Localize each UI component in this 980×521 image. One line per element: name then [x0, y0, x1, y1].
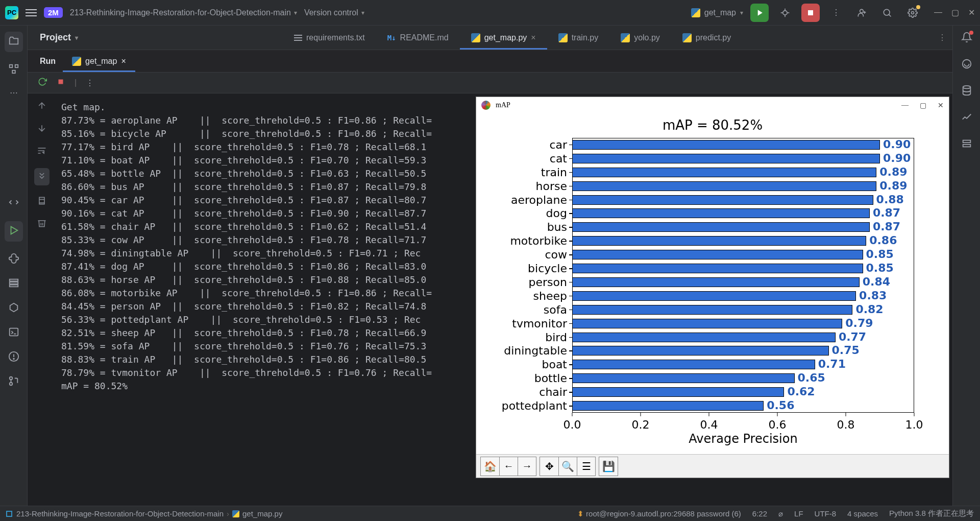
line-separator[interactable]: LF [794, 509, 803, 518]
run-button[interactable] [750, 4, 769, 22]
terminal-icon[interactable] [8, 326, 19, 340]
structure-icon[interactable] [8, 63, 19, 77]
soft-wrap-icon[interactable] [37, 146, 47, 158]
mpl-forward-button[interactable]: → [518, 457, 536, 476]
packages-icon[interactable] [8, 277, 19, 291]
run-more-icon[interactable]: ⋮ [86, 78, 94, 88]
editor-tab[interactable]: train.py [547, 26, 609, 50]
mpl-home-button[interactable]: 🏠 [481, 457, 499, 476]
editor-tab[interactable]: get_map.py× [460, 26, 547, 50]
x-tick: 0.0 [564, 413, 581, 431]
breadcrumb[interactable]: 213-Rethinking-Image-Restoration-for-Obj… [16, 509, 282, 518]
services-icon[interactable] [8, 302, 19, 315]
bar-rect [572, 373, 795, 383]
notifications-icon[interactable] [961, 32, 972, 45]
svg-point-28 [963, 86, 970, 89]
debug-button[interactable] [776, 4, 794, 22]
ai-assistant-icon[interactable] [961, 58, 972, 72]
crumb-file: get_map.py [242, 509, 282, 518]
print-icon[interactable] [37, 196, 47, 208]
editor-tab[interactable]: yolo.py [609, 26, 671, 50]
rerun-button[interactable] [38, 77, 47, 88]
caret-position[interactable]: 6:22 [752, 509, 767, 518]
bar-value-label: 0.90 [883, 153, 911, 163]
minimize-button[interactable]: — [934, 8, 942, 17]
down-stack-icon[interactable] [37, 123, 47, 135]
project-panel-toggle[interactable]: Project ▾ [28, 26, 283, 50]
mpl-configure-button[interactable]: ☰ [577, 457, 595, 476]
x-axis-label: Average Precision [572, 432, 914, 446]
run-tab[interactable]: get_map × [63, 50, 135, 72]
version-control-menu[interactable]: Version control ▾ [304, 8, 364, 17]
close-icon[interactable]: × [121, 57, 126, 66]
main-menu-icon[interactable] [26, 9, 37, 16]
git-compare-icon[interactable] [8, 197, 19, 210]
file-encoding[interactable]: UTF-8 [815, 509, 837, 518]
more-icon[interactable]: ⋯ [10, 88, 18, 98]
mpl-save-button[interactable]: 💾 [599, 457, 618, 476]
bar-row: cat0.90 [572, 153, 914, 164]
project-selector[interactable]: 213-Rethinking-Image-Restoration-for-Obj… [70, 8, 297, 17]
bar-category-label: bird [545, 332, 567, 343]
svg-rect-12 [9, 65, 12, 68]
indent-settings[interactable]: 4 spaces [847, 509, 878, 518]
svg-point-24 [13, 359, 14, 360]
python-icon [691, 8, 700, 17]
bar-row: cow0.85 [572, 249, 914, 260]
bar-category-label: boat [542, 359, 567, 370]
interpreter[interactable]: Python 3.8 作者正在思考 [889, 509, 974, 518]
bar-row: bus0.87 [572, 222, 914, 232]
mpl-back-button[interactable]: ← [499, 457, 518, 476]
tabs-overflow-icon[interactable]: ⋮ [932, 26, 952, 50]
x-tick: 0.4 [700, 413, 718, 431]
mpl-pan-button[interactable]: ✥ [540, 457, 558, 476]
code-with-me-icon[interactable] [852, 4, 871, 22]
python-console-icon[interactable] [8, 253, 19, 266]
line-separator-icon[interactable]: ⌀ [778, 509, 783, 518]
remote-connection[interactable]: ⬍ root@region-9.autodl.pro:29688 passwor… [577, 509, 741, 518]
bar-category-label: person [529, 277, 567, 288]
more-actions-icon[interactable]: ⋮ [827, 4, 845, 22]
sciview-icon[interactable] [961, 111, 972, 125]
stop-button[interactable] [801, 4, 820, 22]
popup-close[interactable]: ✕ [938, 101, 944, 110]
close-icon[interactable]: × [531, 33, 535, 42]
vcs-icon[interactable] [8, 375, 19, 389]
editor-tab[interactable]: requirements.txt [283, 26, 376, 50]
editor-tab[interactable]: M↓README.md [376, 26, 460, 50]
x-tick: 1.0 [905, 413, 923, 431]
popup-titlebar[interactable]: mAP — ▢ ✕ [476, 97, 949, 113]
bar-rect [572, 346, 829, 356]
chart-bars: car0.90cat0.90train0.89horse0.89aeroplan… [572, 138, 914, 413]
scroll-to-end-icon[interactable] [34, 168, 50, 185]
window-controls: — ▢ ✕ [934, 8, 975, 17]
chevron-down-icon: ▾ [361, 9, 364, 16]
crumb-project: 213-Rethinking-Image-Restoration-for-Obj… [16, 509, 224, 518]
up-stack-icon[interactable] [37, 101, 47, 113]
editor-tab[interactable]: predict.py [671, 26, 742, 50]
bar-value-label: 0.77 [839, 331, 866, 342]
popup-title-text: mAP [496, 101, 510, 109]
bar-row: boat0.71 [572, 359, 914, 370]
popup-minimize[interactable]: — [901, 101, 909, 110]
bar-row: tvmonitor0.79 [572, 318, 914, 329]
close-button[interactable]: ✕ [968, 8, 975, 17]
settings-icon[interactable] [903, 4, 922, 22]
maximize-button[interactable]: ▢ [951, 8, 959, 17]
database-icon[interactable] [961, 85, 972, 98]
layout-icon[interactable] [961, 138, 972, 151]
problems-icon[interactable] [8, 351, 19, 364]
clear-icon[interactable] [37, 218, 47, 230]
tool-window-toggle-icon[interactable] [6, 511, 12, 517]
search-everywhere-icon[interactable] [878, 4, 896, 22]
bar-rect [572, 305, 852, 315]
project-name: 213-Rethinking-Image-Restoration-for-Obj… [70, 8, 291, 17]
popup-maximize[interactable]: ▢ [920, 101, 926, 110]
mpl-zoom-button[interactable]: 🔍 [558, 457, 577, 476]
project-tool-icon[interactable] [5, 32, 23, 52]
run-config-selector[interactable]: get_map ▾ [691, 8, 743, 17]
run-tool-icon[interactable] [5, 221, 23, 242]
bar-category-label: car [549, 139, 567, 150]
stop-process-button[interactable] [56, 77, 65, 88]
bar-rect [572, 250, 863, 259]
